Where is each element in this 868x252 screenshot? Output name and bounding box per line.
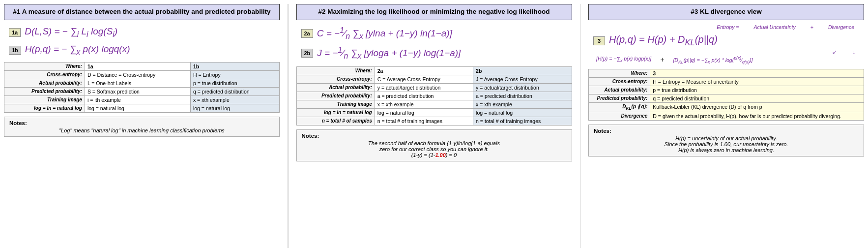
arrow-left: ↙ ​: [832, 49, 839, 56]
formula-2a-row: 2a C = −1⁄n ∑x [ylna + (1−y) ln(1−a)]: [301, 26, 567, 41]
label-1b: 1b: [9, 46, 21, 55]
arrows-row: ↙ ​ ↓: [593, 49, 855, 56]
row-predicted-1b: q = predicted distribution: [190, 88, 279, 96]
row2-crossentropy-2a: C = Average Cross-Entropy: [375, 75, 473, 84]
row-training-1a: i = ith example: [85, 96, 190, 104]
row2-training-2a: x = xth example: [375, 100, 473, 109]
panel-1-notes-content: "Log" means "natural log" in machine lea…: [9, 127, 274, 133]
sub-formula-hp: [H(p) = −∑x p(x) logp(x)]: [596, 56, 651, 63]
row2-log-2a: log = natural log: [375, 109, 473, 117]
sub-formulas-row: [H(p) = −∑x p(x) logp(x)] + [DKL(p||q) =…: [593, 56, 859, 64]
row2-predicted-2a: a = predicted distribution: [375, 92, 473, 100]
col-1a-header: 1a: [85, 63, 190, 71]
panel-3-notes-line2: Since the probability is 1.00, our uncer…: [665, 141, 788, 147]
where-label: Where:: [4, 63, 85, 71]
label-1a: 1a: [9, 28, 21, 37]
panel-3-notes-line3: H(p) is always zero in machine learning.: [678, 147, 774, 153]
panel-2: #2 Maximizing the log likelihood or mini…: [296, 4, 572, 248]
formula-2b: J = −1⁄n ∑x [yloga + (1−y) log(1−a)]: [317, 46, 461, 61]
row2-log-2b: log = natural log: [473, 109, 572, 117]
label-2a: 2a: [301, 29, 313, 38]
row3-crossentropy-label: Cross-entropy:: [589, 78, 650, 86]
panel-1-title: #1 A measure of distance between the act…: [4, 4, 280, 20]
panel-2-title: #2 Maximizing the log likelihood or mini…: [296, 4, 572, 20]
plus-label: +: [810, 24, 813, 30]
formula-2a: C = −1⁄n ∑x [ylna + (1−y) ln(1−a)]: [317, 26, 452, 41]
panel-3-notes-content: H(p) = uncertainty of our actual probabi…: [594, 135, 859, 153]
row2-n-label: n = total # of samples: [296, 117, 375, 126]
row-training-1b: x = xth example: [190, 96, 279, 104]
highlight-100: 1.00: [435, 152, 445, 158]
panel-1-table: Where: 1a 1b Cross-entropy: D = Distance…: [4, 62, 280, 113]
row-log-1b: log = natural log: [190, 104, 279, 113]
row-predicted-1a: S = Softmax prediction: [85, 88, 190, 96]
divergence-label: Divergence: [828, 24, 854, 30]
panel-2-table: Where: 2a 2b Cross-entropy: C = Average …: [296, 66, 572, 126]
panel-3-notes-title: Notes:: [594, 128, 859, 134]
row-training-label: Training image: [4, 96, 85, 104]
divider-1: [288, 4, 289, 248]
where-label-3: Where:: [589, 69, 650, 78]
row3-actual-label: Actual probability:: [589, 86, 650, 94]
formula-1a: D(L,S) = − ∑i Li log(Si): [25, 26, 117, 39]
row3-dkl-label: DKL(p ∥ q):: [589, 103, 650, 112]
row3-crossentropy-3: H = Entropy = Measure of uncertainty: [650, 78, 864, 86]
panel-2-notes: Notes: The second half of each formula (…: [296, 129, 572, 161]
panel-3-notes-line1: H(p) = uncertainty of our actual probabi…: [675, 135, 777, 141]
row-crossentropy-label: Cross-entropy:: [4, 71, 85, 79]
panel-1-notes-title: Notes:: [9, 120, 274, 126]
panel-2-notes-title: Notes:: [302, 133, 567, 139]
row3-predicted-3: q = predicted distribution: [650, 94, 864, 103]
row2-actual-2b: y = actual/target distribution: [473, 84, 572, 92]
formula-3: H(p,q) = H(p) + DKL(p||q): [609, 34, 718, 48]
row3-dkl-3: Kullback-Leibler (KL) divergence (D) of …: [650, 103, 864, 112]
row2-crossentropy-2b: J = Average Cross-Entropy: [473, 75, 572, 84]
col-2a-header: 2a: [375, 67, 473, 75]
row-actual-label: Actual probability:: [4, 79, 85, 88]
row2-n-2a: n = total # of training images: [375, 117, 473, 126]
actual-uncertainty-label: Actual Uncertainty: [754, 24, 796, 30]
panel-1: #1 A measure of distance between the act…: [4, 4, 280, 248]
row2-crossentropy-label: Cross-entropy:: [296, 75, 375, 84]
row3-divergence-3: D = given the actual probability, H(p), …: [650, 112, 864, 121]
formula-2b-row: 2b J = −1⁄n ∑x [yloga + (1−y) log(1−a)]: [301, 46, 567, 61]
panel-2-notes-line1: The second half of each formula (1-y)ln/…: [368, 140, 500, 146]
row-crossentropy-1b: H = Entropy: [190, 71, 279, 79]
formula-1b: H(p,q) = − ∑x p(x) logq(x): [25, 44, 130, 57]
row3-actual-3: p = true distribution: [650, 86, 864, 94]
row-crossentropy-1a: D = Distance = Cross-entropy: [85, 71, 190, 79]
col-2b-header: 2b: [473, 67, 572, 75]
row2-actual-label: Actual probability:: [296, 84, 375, 92]
label-2b: 2b: [301, 49, 314, 58]
row2-log-label: log = ln = natural log: [296, 109, 375, 117]
arrow-right: ↓: [852, 49, 855, 56]
panel-2-notes-line2: zero for our correct class so you can ig…: [379, 146, 489, 152]
panel-3-table: Where: 3 Cross-entropy: H = Entropy = Me…: [588, 69, 864, 121]
panel-1-notes: Notes: "Log" means "natural log" in mach…: [4, 117, 280, 137]
entropy-equation-labels: Entropy = Actual Uncertainty + Divergenc…: [588, 24, 854, 30]
col-3-header: 3: [650, 69, 864, 78]
row2-training-2b: x = xth example: [473, 100, 572, 109]
label-3: 3: [593, 36, 605, 45]
divider-2: [580, 4, 581, 248]
formula-1b-row: 1b H(p,q) = − ∑x p(x) logq(x): [9, 44, 275, 57]
row-predicted-label: Predicted probability:: [4, 88, 85, 96]
row3-predicted-label: Predicted probability:: [589, 94, 650, 103]
row-actual-1a: L = One-hot Labels: [85, 79, 190, 88]
where-label-2: Where:: [296, 67, 375, 75]
row-actual-1b: p = true distribution: [190, 79, 279, 88]
row2-n-2b: n = total # of training images: [473, 117, 572, 126]
sub-formula-dkl: [DKL(p||q) = −∑x p(x) * log(p(x)⁄q(x))]: [673, 56, 752, 64]
sub-formula-plus: +: [660, 56, 664, 63]
panel-2-notes-line3: (1-y) = (1-1.00) = 0: [411, 152, 457, 158]
formula-3-row: 3 H(p,q) = H(p) + DKL(p||q): [593, 34, 859, 48]
row-log-1a: log = natural log: [85, 104, 190, 113]
entropy-label: Entropy =: [717, 24, 739, 30]
panel-3-notes: Notes: H(p) = uncertainty of our actual …: [588, 125, 864, 157]
row2-training-label: Training image: [296, 100, 375, 109]
col-1b-header: 1b: [190, 63, 279, 71]
formula-1a-row: 1a D(L,S) = − ∑i Li log(Si): [9, 26, 275, 39]
panel-3-title: #3 KL divergence view: [588, 4, 864, 20]
row2-actual-2a: y = actual/target distribution: [375, 84, 473, 92]
row3-divergence-label: Divergence: [589, 112, 650, 121]
